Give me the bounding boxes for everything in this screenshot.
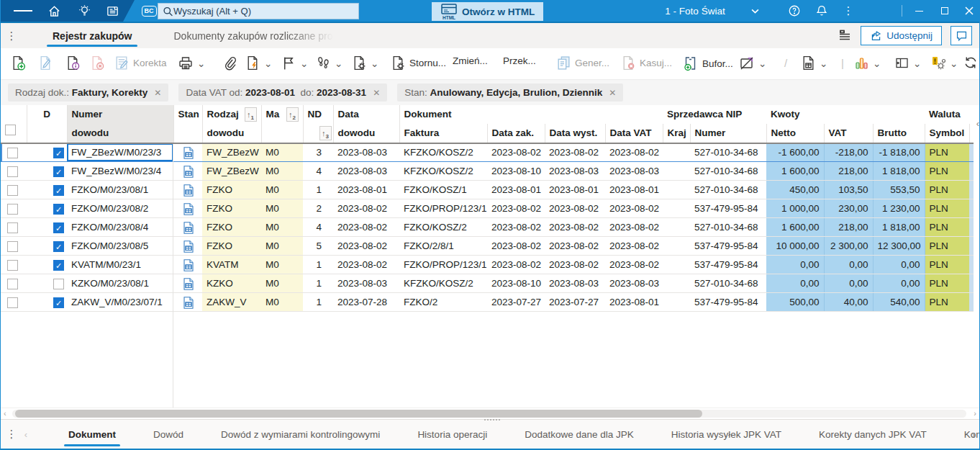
more-options-icon[interactable]: ⋮ xyxy=(841,0,856,22)
edit-document-button[interactable] xyxy=(38,55,53,71)
cell-kraj[interactable] xyxy=(663,199,690,218)
zmien-button[interactable]: Zmień... xyxy=(453,55,488,66)
cell[interactable] xyxy=(1,237,27,256)
cell-vat[interactable]: 218,00 xyxy=(824,162,873,181)
cell-brutto[interactable]: 0,00 xyxy=(873,256,925,274)
row-select-checkbox[interactable] xyxy=(7,185,18,196)
cell-data-zak[interactable]: 2023-08-10 xyxy=(487,162,545,181)
cell-brutto[interactable]: 12 300,00 xyxy=(873,237,925,256)
table-row[interactable]: ✓FZKO/M0/23/08/1FZKOM012023-08-01FZKO/KO… xyxy=(1,181,975,199)
cell[interactable] xyxy=(1,199,27,218)
cell-data-dowodu[interactable]: 2023-08-03 xyxy=(333,274,399,293)
korekta-button[interactable]: Korekta xyxy=(114,55,167,71)
new-document-button[interactable] xyxy=(11,55,26,71)
cell-ma[interactable]: M0 xyxy=(261,256,303,274)
d-checkbox-checked[interactable]: ✓ xyxy=(53,241,64,252)
cell-symbol[interactable]: PLN xyxy=(925,274,969,293)
cell-numer[interactable]: FW_ZBezW/M0/23/4 xyxy=(67,162,173,181)
open-in-html-button[interactable]: HTML Otwórz w HTML xyxy=(432,2,543,21)
cell-netto[interactable]: 450,00 xyxy=(766,181,824,199)
cell-data-vat[interactable]: 2023-08-02 xyxy=(605,199,663,218)
cell[interactable]: ✓ xyxy=(27,162,67,181)
cell-data-wyst[interactable]: 2023-08-02 xyxy=(545,237,605,256)
cell-kraj[interactable] xyxy=(663,162,690,181)
remove-filter-icon[interactable]: ✕ xyxy=(609,88,616,98)
scrollbar-track[interactable] xyxy=(12,410,966,418)
cell-vat[interactable]: 218,00 xyxy=(824,218,873,237)
cell-nd[interactable]: 1 xyxy=(303,256,333,274)
col-header-data-wyst[interactable]: Data wyst. xyxy=(545,124,605,143)
col-header-nip-numer[interactable]: Numer xyxy=(690,124,766,143)
tab-dokumenty-zakupow[interactable]: Dokumenty zakupów rozliczane propo xyxy=(168,23,337,48)
cell-data-zak[interactable]: 2023-08-02 xyxy=(487,143,545,162)
cell-netto[interactable]: 10 000,00 xyxy=(766,237,824,256)
bottom-kebab-icon[interactable]: ⋮ xyxy=(6,420,17,449)
cell[interactable] xyxy=(27,274,67,293)
d-checkbox-checked[interactable]: ✓ xyxy=(53,185,64,196)
cell-nd[interactable]: 1 xyxy=(303,274,333,293)
cell-symbol[interactable]: PLN xyxy=(925,143,969,162)
cell-data-wyst[interactable]: 2023-08-02 xyxy=(545,199,605,218)
cell-symbol[interactable]: PLN xyxy=(925,237,969,256)
bottom-tab-2[interactable]: Dowód xyxy=(149,420,188,449)
cell-numer[interactable]: ZAKW_V/M0/23/07/1 xyxy=(67,293,173,312)
col-header-netto[interactable]: Netto xyxy=(766,124,824,143)
cell-stan[interactable] xyxy=(173,293,202,312)
cell-rodzaj[interactable]: FZKO xyxy=(202,181,261,199)
search-input[interactable] xyxy=(173,6,354,17)
cell-numer[interactable]: FZKO/M0/23/08/4 xyxy=(67,218,173,237)
cell-data-dowodu[interactable]: 2023-07-28 xyxy=(333,293,399,312)
cell-symbol[interactable]: PLN xyxy=(925,199,969,218)
help-icon[interactable] xyxy=(786,0,802,22)
cell-rodzaj[interactable]: FZKO xyxy=(202,237,261,256)
quick-actions-button[interactable]: ⌄ xyxy=(245,55,272,71)
cell-brutto[interactable]: 540,00 xyxy=(873,293,925,312)
cell-kraj[interactable] xyxy=(663,293,690,312)
cell-nd[interactable]: 1 xyxy=(303,293,333,312)
table-row[interactable]: ✓FW_ZBezW/M0/23/3FW_ZBezWM032023-08-03KF… xyxy=(1,143,975,162)
cell-vat[interactable]: 0,00 xyxy=(824,256,873,274)
cell-ma[interactable]: M0 xyxy=(261,237,303,256)
table-row[interactable]: ✓FZKO/M0/23/08/5FZKOM052023-08-02FZKO/2/… xyxy=(1,237,975,256)
cell[interactable] xyxy=(1,181,27,199)
document-settings-button[interactable]: ⌄ xyxy=(352,55,378,71)
cell-faktura[interactable]: KFZKO/KOSZ/2 xyxy=(399,143,487,162)
cell-symbol[interactable]: PLN xyxy=(925,181,969,199)
cell-data-dowodu[interactable]: 2023-08-02 xyxy=(333,256,399,274)
alerts-settings-button[interactable]: ⌄ xyxy=(930,55,958,71)
print-button[interactable]: ⌄ xyxy=(178,55,205,71)
cell-data-vat[interactable]: 2023-08-01 xyxy=(605,181,663,199)
tab-rejestr-zakupow[interactable]: Rejestr zakupów xyxy=(47,23,137,48)
tabstrip-kebab-icon[interactable]: ⋮ xyxy=(6,23,17,48)
cell-brutto[interactable]: 1 818,00 xyxy=(873,162,925,181)
row-select-checkbox[interactable] xyxy=(7,148,18,158)
d-checkbox-unchecked[interactable] xyxy=(53,279,64,289)
przeksieguj-button[interactable]: Przek... xyxy=(503,55,536,66)
cell-data-wyst[interactable]: 2023-08-03 xyxy=(545,162,605,181)
cell-brutto[interactable]: 0,00 xyxy=(873,274,925,293)
sort-asc-1-icon[interactable]: ↑1 xyxy=(245,107,257,122)
cell-stan[interactable] xyxy=(173,162,202,181)
bc-badge-icon[interactable]: BC xyxy=(140,0,158,22)
cell-data-zak[interactable]: 2023-08-02 xyxy=(487,218,545,237)
cell-kraj[interactable] xyxy=(663,237,690,256)
close-button[interactable] xyxy=(961,0,978,22)
menu-icon[interactable] xyxy=(14,0,32,22)
col-header-data-dowodu[interactable]: Datadowodu xyxy=(333,105,399,143)
cell-vat[interactable]: 230,00 xyxy=(824,199,873,218)
cell-nip[interactable]: 527-010-34-68 xyxy=(690,181,766,199)
cell-data-dowodu[interactable]: 2023-08-02 xyxy=(333,199,399,218)
bottom-tab-7[interactable]: Korekty danych JPK VAT xyxy=(815,420,931,449)
mail-disabled-button[interactable]: ⌄ xyxy=(739,55,766,71)
payment-document-button[interactable]: ⌄ xyxy=(801,55,827,71)
cell-symbol[interactable]: PLN xyxy=(925,293,969,312)
cell-numer[interactable]: KZKO/M0/23/08/1 xyxy=(67,274,173,293)
row-select-checkbox[interactable] xyxy=(7,297,18,308)
cell-vat[interactable]: 0,00 xyxy=(824,274,873,293)
cell-nd[interactable]: 3 xyxy=(303,143,333,162)
cell-numer-focused[interactable]: FW_ZBezW/M0/23/3 xyxy=(67,143,173,162)
cell-stan[interactable] xyxy=(173,218,202,237)
panel-layout-button[interactable]: ⌄ xyxy=(894,55,921,71)
cell[interactable]: ✓ xyxy=(27,199,67,218)
row-select-checkbox[interactable] xyxy=(7,260,18,271)
